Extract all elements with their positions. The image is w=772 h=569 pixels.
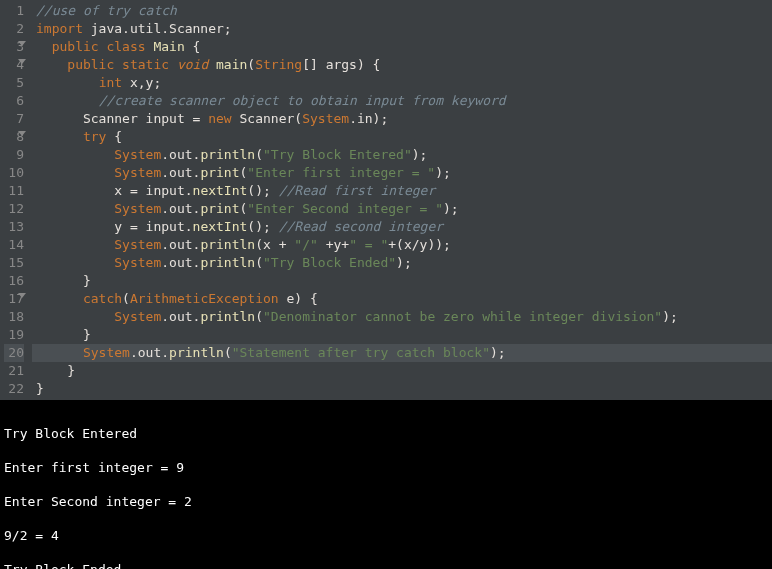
code-line: System.out.println("Try Block Entered"); [32,146,772,164]
fold-icon[interactable] [18,293,26,298]
console-output: Try Block Entered Enter first integer = … [0,400,772,569]
code-line: System.out.println("Try Block Ended"); [32,254,772,272]
console-line: Try Block Entered [4,425,768,442]
code-line: y = input.nextInt(); //Read second integ… [32,218,772,236]
code-line: System.out.println("Statement after try … [32,344,772,362]
code-line: System.out.print("Enter Second integer =… [32,200,772,218]
code-editor[interactable]: 1 2 3 4 5 6 7 8 9 10 11 12 13 14 15 16 1… [0,0,772,400]
code-line: import java.util.Scanner; [32,20,772,38]
line-number: 19 [4,326,24,344]
console-line: Enter first integer = 9 [4,459,768,476]
line-number: 8 [4,128,24,146]
line-number: 2 [4,20,24,38]
console-line: Try Block Ended [4,561,768,569]
line-number: 18 [4,308,24,326]
line-number: 17 [4,290,24,308]
code-line: //use of try catch [32,2,772,20]
line-number: 9 [4,146,24,164]
code-area[interactable]: //use of try catch import java.util.Scan… [32,0,772,400]
code-line: } [32,380,772,398]
fold-icon[interactable] [18,41,26,46]
line-number: 12 [4,200,24,218]
code-line: System.out.print("Enter first integer = … [32,164,772,182]
line-number: 21 [4,362,24,380]
line-number: 5 [4,74,24,92]
line-gutter: 1 2 3 4 5 6 7 8 9 10 11 12 13 14 15 16 1… [0,0,32,400]
console-line: 9/2 = 4 [4,527,768,544]
code-line: catch(ArithmeticException e) { [32,290,772,308]
line-number: 6 [4,92,24,110]
line-number: 14 [4,236,24,254]
line-number: 15 [4,254,24,272]
line-number: 3 [4,38,24,56]
line-number: 10 [4,164,24,182]
code-line: } [32,272,772,290]
line-number: 7 [4,110,24,128]
code-line: x = input.nextInt(); //Read first intege… [32,182,772,200]
line-number: 4 [4,56,24,74]
line-number: 1 [4,2,24,20]
code-line: } [32,326,772,344]
code-line: try { [32,128,772,146]
code-line: Scanner input = new Scanner(System.in); [32,110,772,128]
fold-icon[interactable] [18,131,26,136]
code-line: int x,y; [32,74,772,92]
line-number: 22 [4,380,24,398]
code-line: System.out.println(x + "/" +y+" = "+(x/y… [32,236,772,254]
line-number: 11 [4,182,24,200]
code-line: System.out.println("Denominator cannot b… [32,308,772,326]
code-line: //create scanner object to obtain input … [32,92,772,110]
code-line: public class Main { [32,38,772,56]
fold-icon[interactable] [18,59,26,64]
code-line: } [32,362,772,380]
line-number: 20 [4,344,24,362]
code-line: public static void main(String[] args) { [32,56,772,74]
console-line: Enter Second integer = 2 [4,493,768,510]
line-number: 13 [4,218,24,236]
line-number: 16 [4,272,24,290]
